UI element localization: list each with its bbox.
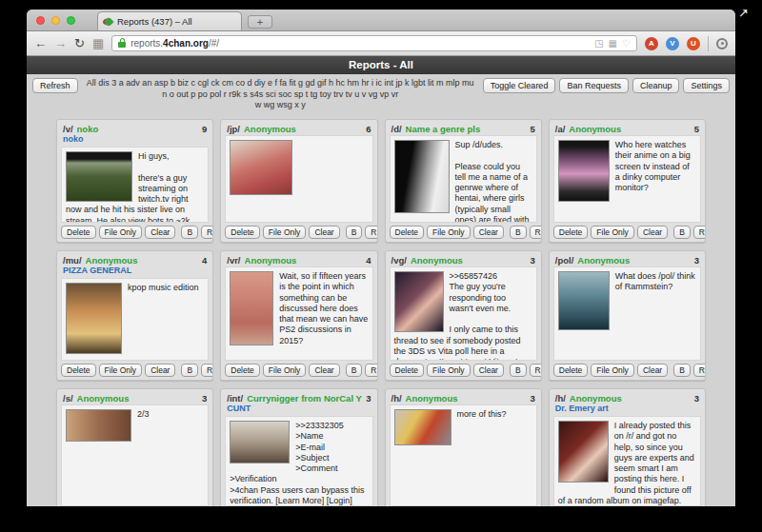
post-thumbnail[interactable] <box>66 283 122 354</box>
file-only-button[interactable]: File Only <box>427 226 471 239</box>
board-link[interactable]: /s/ <box>63 393 73 404</box>
post-thumbnail[interactable] <box>394 140 450 213</box>
forward-icon[interactable]: → <box>54 37 67 49</box>
post-thumbnail[interactable] <box>558 271 610 330</box>
ban-request-button[interactable]: R <box>693 226 706 239</box>
file-only-button[interactable]: File Only <box>99 364 143 377</box>
heart-bookmark-icon[interactable]: ♡ <box>622 38 631 49</box>
board-link[interactable]: /h/ <box>555 393 566 404</box>
ban-button[interactable]: B <box>510 364 527 377</box>
post-title: Anonymous <box>570 393 691 404</box>
file-only-button[interactable]: File Only <box>591 364 634 377</box>
reload-icon[interactable]: ↻ <box>74 37 85 49</box>
board-link[interactable]: /vg/ <box>391 255 407 266</box>
report-card: /a/ Anonymous 5 Who here watches their a… <box>549 119 706 243</box>
grid-pageaction-icon[interactable]: ▦ <box>609 38 617 49</box>
delete-button[interactable]: Delete <box>61 226 96 239</box>
post-content: Sup /d/udes. Please could you tell me a … <box>390 135 537 223</box>
report-card: /h/ Anonymous 3 more of this? Delete Fil… <box>385 388 542 506</box>
post-thumbnail[interactable] <box>66 409 131 442</box>
board-link[interactable]: /vr/ <box>227 255 240 266</box>
ban-request-button[interactable]: R <box>530 226 542 239</box>
clear-button[interactable]: Clear <box>473 226 504 239</box>
address-bar[interactable]: reports.4chan.org/#/ ◳ ▦ ♡ <box>111 35 637 51</box>
pageaction-icon[interactable]: ◳ <box>594 38 603 49</box>
delete-button[interactable]: Delete <box>225 226 260 239</box>
file-only-button[interactable]: File Only <box>427 364 471 377</box>
close-window-button[interactable] <box>36 16 45 25</box>
file-only-button[interactable]: File Only <box>263 226 307 239</box>
post-content: I already posted this on /r/ and got no … <box>553 416 701 506</box>
board-link[interactable]: /v/ <box>63 124 73 134</box>
post-thumbnail[interactable] <box>558 140 610 202</box>
file-only-button[interactable]: File Only <box>591 226 634 239</box>
delete-button[interactable]: Delete <box>61 364 96 377</box>
ban-requests-button[interactable]: Ban Requests <box>559 78 629 93</box>
minimize-window-button[interactable] <box>51 16 60 25</box>
post-thumbnail[interactable] <box>394 271 444 332</box>
page-action-icons: ◳ ▦ ♡ <box>594 38 631 49</box>
delete-button[interactable]: Delete <box>390 226 425 239</box>
browser-tab[interactable]: Reports (437) – All <box>97 11 242 30</box>
clear-button[interactable]: Clear <box>309 226 339 239</box>
refresh-button[interactable]: Refresh <box>32 78 78 93</box>
report-card: /vr/ Anonymous 4 Wait, so if fifteen yea… <box>220 250 377 381</box>
browser-menu-icon[interactable] <box>716 38 728 49</box>
post-thumbnail[interactable] <box>558 421 609 483</box>
card-header: /h/ Anonymous 3 <box>390 392 537 404</box>
ban-button[interactable]: B <box>673 226 691 239</box>
clear-button[interactable]: Clear <box>145 364 175 377</box>
clear-button[interactable]: Clear <box>145 226 175 239</box>
delete-button[interactable]: Delete <box>390 364 425 377</box>
board-link[interactable]: /pol/ <box>555 255 574 266</box>
post-title: Currynigger from NorCal Yhuv1aAmeE <box>247 393 362 404</box>
card-header: /pol/ Anonymous 3 <box>553 254 701 266</box>
back-icon[interactable]: ← <box>34 37 47 49</box>
report-card: /s/ Anonymous 3 2/3 Delete File Only Cle… <box>56 388 213 506</box>
v-extension-icon[interactable]: V <box>666 37 679 50</box>
ban-request-button[interactable]: R <box>530 364 542 377</box>
board-link[interactable]: /a/ <box>555 124 566 134</box>
ban-request-button[interactable]: R <box>365 364 377 377</box>
board-filter-links[interactable]: All dis 3 a adv an asp b biz c cgl ck cm… <box>85 78 476 111</box>
delete-button[interactable]: Delete <box>225 364 260 377</box>
cleanup-button[interactable]: Cleanup <box>632 78 680 93</box>
post-thumbnail[interactable] <box>394 409 451 445</box>
ban-request-button[interactable]: R <box>365 226 377 239</box>
adblock-extension-icon[interactable]: A <box>645 37 658 50</box>
board-link[interactable]: /d/ <box>391 124 402 134</box>
ban-button[interactable]: B <box>181 364 198 377</box>
tab-title: Reports (437) – All <box>117 16 192 27</box>
report-count-badge: 4 <box>366 255 371 266</box>
u-extension-icon[interactable]: U <box>687 37 700 50</box>
ban-request-button[interactable]: R <box>201 364 213 377</box>
ban-request-button[interactable]: R <box>693 364 706 377</box>
post-thumbnail[interactable] <box>230 271 273 345</box>
ban-button[interactable]: B <box>346 364 363 377</box>
board-link[interactable]: /jp/ <box>227 124 240 134</box>
ban-button[interactable]: B <box>346 226 363 239</box>
post-thumbnail[interactable] <box>66 151 132 202</box>
zoom-window-button[interactable] <box>67 16 75 25</box>
ban-button[interactable]: B <box>673 364 691 377</box>
ban-button[interactable]: B <box>510 226 527 239</box>
board-link[interactable]: /int/ <box>227 393 243 404</box>
delete-button[interactable]: Delete <box>553 226 589 239</box>
clear-button[interactable]: Clear <box>637 364 668 377</box>
clear-button[interactable]: Clear <box>309 364 339 377</box>
file-only-button[interactable]: File Only <box>99 226 143 239</box>
toggle-cleared-button[interactable]: Toggle Cleared <box>483 78 556 93</box>
board-link[interactable]: /mu/ <box>63 255 82 266</box>
clear-button[interactable]: Clear <box>473 364 504 377</box>
ban-button[interactable]: B <box>181 226 198 239</box>
clear-button[interactable]: Clear <box>637 226 668 239</box>
post-thumbnail[interactable] <box>230 140 292 195</box>
apps-grid-icon[interactable]: ▦ <box>92 37 104 49</box>
post-thumbnail[interactable] <box>230 421 290 463</box>
delete-button[interactable]: Delete <box>553 364 589 377</box>
file-only-button[interactable]: File Only <box>263 364 307 377</box>
new-tab-button[interactable]: + <box>248 15 272 29</box>
settings-button[interactable]: Settings <box>683 78 730 93</box>
ban-request-button[interactable]: R <box>201 226 213 239</box>
board-link[interactable]: /h/ <box>391 393 402 404</box>
